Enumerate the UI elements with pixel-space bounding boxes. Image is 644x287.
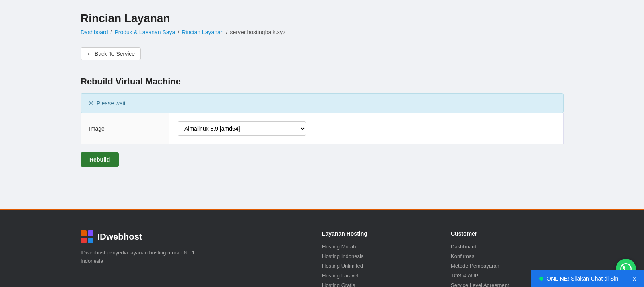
- chat-bar-left: ONLINE! Silakan Chat di Sini: [539, 275, 619, 282]
- footer-link-dashboard[interactable]: Dashboard: [451, 244, 477, 250]
- footer-link-tos[interactable]: TOS & AUP: [451, 273, 478, 279]
- form-section: Image Almalinux 8.9 [amd64] Ubuntu 22.04…: [80, 113, 564, 144]
- breadcrumb-sep-3: /: [226, 29, 228, 35]
- list-item: Hosting Indonesia: [322, 253, 435, 259]
- rebuild-button[interactable]: Rebuild: [80, 152, 119, 167]
- footer-logo: IDwebhost: [80, 230, 306, 243]
- breadcrumb-detail[interactable]: Rincian Layanan: [182, 29, 223, 35]
- breadcrumb: Dashboard / Produk & Layanan Saya / Rinc…: [80, 29, 564, 35]
- footer-col-hosting: Layanan Hosting Hosting Murah Hosting In…: [322, 230, 435, 287]
- footer-col-customer-heading: Customer: [451, 230, 564, 237]
- footer-link-sla[interactable]: Service Level Agreement: [451, 282, 509, 287]
- section-title: Rebuild Virtual Machine: [80, 76, 564, 87]
- image-select[interactable]: Almalinux 8.9 [amd64] Ubuntu 22.04 [amd6…: [178, 121, 306, 136]
- image-input-cell: Almalinux 8.9 [amd64] Ubuntu 22.04 [amd6…: [169, 113, 563, 144]
- back-arrow-icon: ←: [87, 51, 92, 57]
- footer-col-hosting-list: Hosting Murah Hosting Indonesia Hosting …: [322, 243, 435, 287]
- chat-close-button[interactable]: x: [633, 275, 636, 282]
- footer-link-hosting-gratis[interactable]: Hosting Gratis: [322, 282, 355, 287]
- footer-desc: IDwebhost penyedia layanan hosting murah…: [80, 249, 201, 266]
- breadcrumb-sep-2: /: [178, 29, 179, 35]
- footer-brand: IDwebhost IDwebhost penyedia layanan hos…: [80, 230, 306, 287]
- breadcrumb-dashboard[interactable]: Dashboard: [80, 29, 108, 35]
- breadcrumb-sep-1: /: [111, 29, 112, 35]
- online-indicator: [539, 277, 543, 281]
- footer-grid: IDwebhost IDwebhost penyedia layanan hos…: [80, 230, 564, 287]
- image-label: Image: [89, 125, 105, 132]
- list-item: Konfirmasi: [451, 253, 564, 259]
- list-item: Hosting Laravel: [322, 272, 435, 279]
- logo-squares: [80, 230, 93, 243]
- list-item: Dashboard: [451, 243, 564, 250]
- footer-link-hosting-unlimited[interactable]: Hosting Unlimited: [322, 263, 363, 269]
- image-label-cell: Image: [81, 113, 169, 144]
- back-button-label: Back To Service: [95, 51, 135, 57]
- footer-link-metode[interactable]: Metode Pembayaran: [451, 263, 500, 269]
- alert-text: Please wait...: [97, 100, 130, 107]
- footer-link-konfirmasi[interactable]: Konfirmasi: [451, 253, 475, 259]
- footer-link-hosting-murah[interactable]: Hosting Murah: [322, 244, 356, 250]
- logo-sq-orange: [80, 230, 87, 236]
- back-to-service-button[interactable]: ← Back To Service: [80, 47, 141, 60]
- chat-bar-text: ONLINE! Silakan Chat di Sini: [547, 275, 619, 282]
- breadcrumb-products[interactable]: Produk & Layanan Saya: [114, 29, 175, 35]
- logo-sq-purple: [88, 230, 94, 236]
- page-title: Rincian Layanan: [80, 12, 564, 25]
- footer-link-hosting-indonesia[interactable]: Hosting Indonesia: [322, 253, 364, 259]
- chat-bar[interactable]: ONLINE! Silakan Chat di Sini x: [531, 270, 644, 287]
- logo-sq-red: [80, 238, 87, 244]
- breadcrumb-current: server.hostingbaik.xyz: [230, 29, 285, 35]
- logo-text: IDwebhost: [97, 232, 142, 242]
- footer-link-hosting-laravel[interactable]: Hosting Laravel: [322, 273, 358, 279]
- list-item: Hosting Gratis: [322, 282, 435, 287]
- spinner-icon: ✳: [88, 99, 93, 107]
- form-row: Image Almalinux 8.9 [amd64] Ubuntu 22.04…: [81, 113, 563, 144]
- list-item: Hosting Unlimited: [322, 262, 435, 269]
- main-content: Rincian Layanan Dashboard / Produk & Lay…: [0, 0, 644, 209]
- footer-col-hosting-heading: Layanan Hosting: [322, 230, 435, 237]
- alert-info-box: ✳ Please wait...: [80, 93, 564, 113]
- logo-sq-blue: [88, 238, 94, 244]
- list-item: Metode Pembayaran: [451, 262, 564, 269]
- list-item: Hosting Murah: [322, 243, 435, 250]
